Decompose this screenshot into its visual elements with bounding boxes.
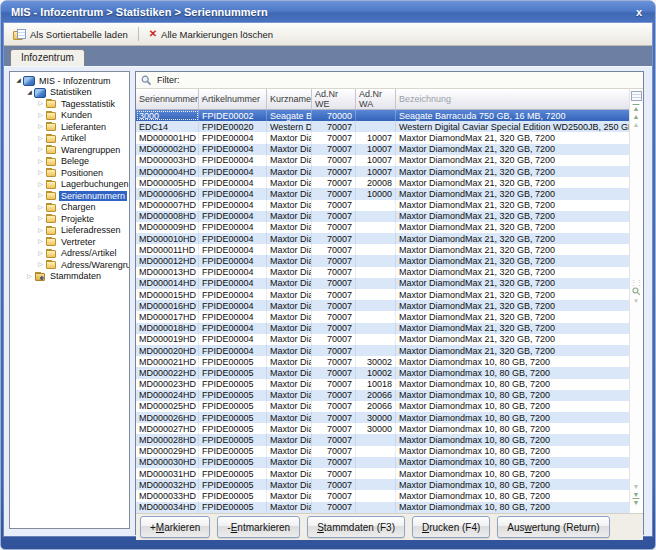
expander-icon[interactable]: ▷ <box>36 226 45 235</box>
table-row[interactable]: MD000015HDFPIDE00004Maxtor Dia70007Maxto… <box>136 289 630 300</box>
column-header-adnr-we[interactable]: Ad.Nr WE <box>312 89 356 109</box>
column-chooser-icon[interactable] <box>631 91 642 101</box>
scroll-to-bottom-icon[interactable]: ▼ <box>633 499 640 507</box>
load-sorttable-button[interactable]: Als Sortiertabelle laden <box>8 27 133 42</box>
column-header-artikelnummer[interactable]: Artikelnummer <box>199 89 267 109</box>
table-row[interactable]: MD000025HDFPIDE00005Maxtor Dia7000720066… <box>136 401 630 412</box>
scroll-up-icon[interactable]: ▲ <box>633 113 640 121</box>
clear-marks-button[interactable]: ✕ Alle Markierungen löschen <box>144 27 278 42</box>
table-row[interactable]: MD000017HDFPIDE00004Maxtor Dia70007Maxto… <box>136 311 630 322</box>
table-row[interactable]: MD000001HDFPIDE00004Maxtor Dia7000710007… <box>136 132 630 143</box>
table-row[interactable]: MD000019HDFPIDE00004Maxtor Dia70007Maxto… <box>136 334 630 345</box>
table-row[interactable]: MD000006HDFPIDE00004Maxtor Dia7000710000… <box>136 188 630 199</box>
table-row[interactable]: MD000018HDFPIDE00004Maxtor Dia70007Maxto… <box>136 323 630 334</box>
expander-icon[interactable]: ▷ <box>36 122 45 131</box>
tree-item-lieferanten[interactable]: ▷Lieferanten <box>10 121 129 133</box>
auswertung-return-button[interactable]: Auswertung (Return) <box>497 516 609 538</box>
expander-icon[interactable]: ◢ <box>14 76 23 85</box>
expander-icon[interactable]: ▷ <box>36 145 45 154</box>
table-row[interactable]: 3000FPIDE00002Seagate Ba70000Seagate Bar… <box>136 110 630 121</box>
table-row[interactable]: MD000005HDFPIDE00004Maxtor Dia7000720008… <box>136 177 630 188</box>
table-row[interactable]: MD000010HDFPIDE00004Maxtor Dia70007Maxto… <box>136 233 630 244</box>
table-row[interactable]: EDC14FPIDE00020Western Di70007Western Di… <box>136 121 630 132</box>
stammdaten-f3-button[interactable]: Stammdaten (F3) <box>307 516 405 538</box>
column-header-adnr-wa[interactable]: Ad.Nr WA <box>356 89 396 109</box>
tree-item-adress-artikel[interactable]: ▷Adress/Artikel <box>10 248 129 260</box>
table-row[interactable]: MD000029HDFPIDE00005Maxtor Dia70007Maxto… <box>136 446 630 457</box>
scroll-to-top-icon[interactable]: ▲ <box>633 105 640 113</box>
table-row[interactable]: MD000030HDFPIDE00005Maxtor Dia70007Maxto… <box>136 457 630 468</box>
expander-icon[interactable]: ▷ <box>36 168 45 177</box>
expander-icon[interactable]: ▷ <box>36 214 45 223</box>
table-row[interactable]: MD000014HDFPIDE00004Maxtor Dia70007Maxto… <box>136 278 630 289</box>
tree-item-lagerbuchungen[interactable]: ▷Lagerbuchungen <box>10 179 129 191</box>
table-row[interactable]: MD000007HDFPIDE00004Maxtor Dia70007Maxto… <box>136 200 630 211</box>
table-row[interactable]: MD000016HDFPIDE00004Maxtor Dia70007Maxto… <box>136 300 630 311</box>
expander-icon[interactable]: ▷ <box>36 203 45 212</box>
table-row[interactable]: MD000034HDFPIDE00005Maxtor Dia70007Maxto… <box>136 502 630 513</box>
tree-item-kunden[interactable]: ▷Kunden <box>10 110 129 122</box>
table-row[interactable]: MD000012HDFPIDE00004Maxtor Dia70007Maxto… <box>136 255 630 266</box>
table-row[interactable]: MD000020HDFPIDE00004Maxtor Dia70007Maxto… <box>136 345 630 356</box>
expander-icon[interactable]: ▷ <box>25 272 34 281</box>
drucken-f4-button[interactable]: Drucken (F4) <box>412 516 490 538</box>
column-header-bezeichnung[interactable]: Bezeichnung <box>396 89 630 109</box>
table-row[interactable]: MD000024HDFPIDE00005Maxtor Dia7000720066… <box>136 390 630 401</box>
close-icon[interactable]: x <box>636 1 642 23</box>
expander-icon[interactable]: ▷ <box>36 260 45 269</box>
title-bar[interactable]: MIS - Infozentrum > Statistiken > Serien… <box>1 1 655 23</box>
scroll-search-icon[interactable] <box>632 287 641 296</box>
table-row[interactable]: MD000008HDFPIDE00004Maxtor Dia70007Maxto… <box>136 211 630 222</box>
table-row[interactable]: MD000032HDFPIDE00005Maxtor Dia70007Maxto… <box>136 479 630 490</box>
expander-icon[interactable]: ▷ <box>36 191 45 200</box>
table-row[interactable]: MD000022HDFPIDE00005Maxtor Dia7000710002… <box>136 367 630 378</box>
table-row[interactable]: MD000026HDFPIDE00005Maxtor Dia7000730000… <box>136 412 630 423</box>
markieren-button[interactable]: + Markieren <box>140 516 210 538</box>
table-row[interactable]: MD000023HDFPIDE00005Maxtor Dia7000710018… <box>136 379 630 390</box>
column-header-seriennummer[interactable]: Seriennummer▼ <box>136 89 199 109</box>
tree-item-mis-infozentrum[interactable]: ◢MIS - Infozentrum <box>10 75 129 87</box>
table-row[interactable]: MD000011HDFPIDE00004Maxtor Dia70007Maxto… <box>136 244 630 255</box>
scroll-down-faded-icon[interactable]: ▼ <box>633 483 640 491</box>
table-row[interactable]: MD000027HDFPIDE00005Maxtor Dia7000730000… <box>136 423 630 434</box>
table-row[interactable]: MD000033HDFPIDE00005Maxtor Dia70007Maxto… <box>136 490 630 501</box>
expander-icon[interactable]: ▷ <box>36 134 45 143</box>
tree-item-stammdaten[interactable]: ▷Stammdaten <box>10 271 129 283</box>
tree-item-statistiken[interactable]: ◢Statistiken <box>10 87 129 99</box>
table-row[interactable]: MD000028HDFPIDE00005Maxtor Dia70007Maxto… <box>136 434 630 445</box>
table-row[interactable]: MD000002HDFPIDE00004Maxtor Dia7000710007… <box>136 144 630 155</box>
expander-icon[interactable]: ▷ <box>36 180 45 189</box>
tree-item-projekte[interactable]: ▷Projekte <box>10 213 129 225</box>
table-row[interactable]: MD000003HDFPIDE00004Maxtor Dia7000710007… <box>136 155 630 166</box>
scroll-down-icon[interactable]: ▼ <box>633 491 640 499</box>
table-row[interactable]: MD000021HDFPIDE00005Maxtor Dia7000730002… <box>136 356 630 367</box>
tree-item-lieferadressen[interactable]: ▷Lieferadressen <box>10 225 129 237</box>
expander-icon[interactable]: ▷ <box>36 249 45 258</box>
scrollbar-thumb[interactable]: ⋮⋮ ▾ <box>630 279 642 305</box>
tree-item-belege[interactable]: ▷Belege <box>10 156 129 168</box>
expander-icon[interactable]: ▷ <box>36 99 45 108</box>
table-row[interactable]: MD000031HDFPIDE00005Maxtor Dia70007Maxto… <box>136 468 630 479</box>
tree-item-chargen[interactable]: ▷Chargen <box>10 202 129 214</box>
expander-icon[interactable]: ◢ <box>25 88 34 97</box>
tree-item-warengruppen[interactable]: ▷Warengruppen <box>10 144 129 156</box>
expander-icon[interactable]: ▷ <box>36 157 45 166</box>
expander-icon[interactable]: ▷ <box>36 111 45 120</box>
filter-row[interactable]: Filter: <box>136 72 643 89</box>
scroll-up-faded-icon[interactable]: ▲ <box>633 121 640 129</box>
tree-item-adress-warengruppen[interactable]: ▷Adress/Warengruppen <box>10 259 129 271</box>
tree-item-vertreter[interactable]: ▷Vertreter <box>10 236 129 248</box>
tree-item-positionen[interactable]: ▷Positionen <box>10 167 129 179</box>
table-row[interactable]: MD000013HDFPIDE00004Maxtor Dia70007Maxto… <box>136 267 630 278</box>
cell-adnr-we: 70007 <box>312 311 356 322</box>
tree-item-artikel[interactable]: ▷Artikel <box>10 133 129 145</box>
tab-infozentrum[interactable]: Infozentrum <box>10 49 85 66</box>
table-row[interactable]: MD000009HDFPIDE00004Maxtor Dia70007Maxto… <box>136 222 630 233</box>
expander-icon[interactable]: ▷ <box>36 237 45 246</box>
tree-item-tagesstatistik[interactable]: ▷Tagesstatistik <box>10 98 129 110</box>
tree-item-seriennummern[interactable]: ▷Seriennummern <box>10 190 129 202</box>
column-header-kurzname[interactable]: Kurzname <box>267 89 312 109</box>
table-row[interactable]: MD000004HDFPIDE00004Maxtor Dia7000710007… <box>136 166 630 177</box>
entmarkieren-button[interactable]: - Entmarkieren <box>217 516 300 538</box>
grid-scrollbar[interactable]: ▲ ▲ ▲ ⋮⋮ ▾ ▼ ▼ ▼ <box>629 89 642 507</box>
